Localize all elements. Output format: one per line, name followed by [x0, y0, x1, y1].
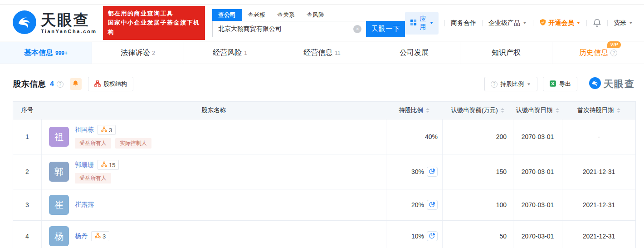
equity-structure-button[interactable]: 股权结构	[88, 77, 133, 91]
nav-tab-labelwrap: 经营信息	[303, 48, 332, 58]
search-tab[interactable]: 查风险	[301, 9, 330, 21]
table-body: 1祖祖国栋3受益所有人实际控制人40%2002070-03-01-2郭郭珊珊15…	[13, 119, 635, 248]
column-header: 序号	[13, 102, 41, 119]
shareholder-cell: 祖祖国栋3受益所有人实际控制人	[41, 119, 386, 154]
subscribed-amount: 200	[442, 119, 513, 154]
avatar[interactable]: 杨	[49, 226, 69, 246]
ratio-filter-dropdown[interactable]: ? 持股比例 ▼	[484, 77, 537, 91]
page-tabbar: 基本信息999+法律诉讼2经营风险1经营信息11公司发展知识产权历史信息VIP?	[0, 41, 644, 64]
slogan-line-1: 都在用的商业查询工具	[107, 9, 200, 18]
nav-tab[interactable]: 历史信息VIP?	[552, 42, 644, 64]
column-header[interactable]: 认缴出资额(万元)	[442, 102, 513, 119]
ratio-value: 40%	[425, 133, 438, 140]
nav-tab-labelwrap: 经营风险	[213, 48, 242, 58]
nav-tab-count: 999+	[55, 50, 68, 56]
nav-divider	[607, 20, 608, 26]
name-line: 崔露露	[75, 201, 94, 209]
pie-chart-button[interactable]	[427, 167, 438, 177]
column-header[interactable]: 首次持股日期	[562, 102, 635, 119]
table-row: 2郭郭珊珊15受益所有人30%1502070-03-012021-12-31	[13, 154, 635, 189]
notifications-bell-button[interactable]	[593, 18, 601, 28]
nav-item-cooperation[interactable]: 商务合作	[451, 19, 476, 27]
nav-tab-labelwrap: 历史信息VIP	[579, 48, 608, 58]
open-vip-button[interactable]: 开通会员 ▼	[539, 19, 581, 27]
table-row: 3崔崔露露20%1002070-03-012021-12-31	[13, 189, 635, 220]
avatar[interactable]: 郭	[49, 162, 69, 182]
sort-icon	[556, 108, 559, 113]
column-header[interactable]: 持股比例	[386, 102, 442, 119]
nav-tab[interactable]: 经营风险1	[184, 42, 276, 64]
nav-tab[interactable]: 基本信息999+	[0, 42, 92, 64]
search-tab[interactable]: 查关系	[271, 9, 301, 21]
shareholder-name-link[interactable]: 崔露露	[75, 201, 94, 209]
role-tag[interactable]: 受益所有人	[75, 138, 111, 149]
shareholder-name-link[interactable]: 杨丹	[75, 232, 88, 240]
name-line: 郭珊珊15	[75, 160, 119, 170]
search-input[interactable]	[212, 21, 366, 37]
avatar[interactable]: 崔	[49, 195, 69, 215]
equity-link-badge[interactable]: 3	[91, 231, 109, 241]
excel-icon	[549, 80, 556, 89]
subscribed-date: 2070-03-01	[513, 154, 562, 189]
pie-chart-button[interactable]	[427, 231, 438, 241]
nav-tab[interactable]: 知识产权	[460, 42, 552, 64]
nav-divider	[533, 20, 533, 26]
subscribed-amount: 150	[442, 154, 513, 189]
clear-icon[interactable]: ×	[353, 25, 361, 33]
name-line: 祖国栋3	[75, 125, 151, 135]
column-header: 股东名称	[41, 102, 386, 119]
nav-tab[interactable]: 经营信息11	[276, 42, 368, 64]
tags-line: 受益所有人实际控制人	[75, 138, 151, 149]
user-menu[interactable]: 费米 ▼	[614, 19, 633, 27]
ratio-cell: 10%	[386, 221, 442, 248]
tags-line: 受益所有人	[75, 173, 119, 184]
nav-tab-count: 11	[335, 50, 340, 56]
brand-slogan-banner: 都在用的商业查询工具 国家中小企业发展子基金旗下机构	[103, 6, 205, 40]
name-block: 祖国栋3受益所有人实际控制人	[75, 125, 151, 149]
row-index: 4	[13, 221, 41, 248]
nav-tab[interactable]: 公司发展	[368, 42, 460, 64]
nav-tab-labelwrap: 知识产权	[492, 48, 521, 58]
equity-link-badge[interactable]: 15	[98, 160, 119, 170]
row-index: 2	[13, 154, 41, 189]
monitor-bell-button[interactable]	[70, 78, 82, 90]
pie-chart-icon	[429, 201, 435, 209]
shareholder-name-link[interactable]: 祖国栋	[75, 126, 94, 134]
apps-menu-button[interactable]: 应用 ▼	[405, 12, 439, 35]
search-tab[interactable]: 查公司	[212, 9, 242, 21]
help-icon: ?	[491, 81, 498, 88]
help-icon[interactable]: ?	[57, 81, 63, 88]
column-header-label: 股东名称	[201, 106, 226, 114]
first-holding-date: 2021-12-31	[562, 189, 635, 220]
role-tag[interactable]: 受益所有人	[75, 173, 111, 184]
search-tab[interactable]: 查老板	[242, 9, 271, 21]
equity-link-badge[interactable]: 3	[98, 125, 116, 135]
role-tag[interactable]: 实际控制人	[115, 138, 151, 149]
pie-chart-button[interactable]	[427, 200, 438, 210]
caret-down-icon: ▼	[629, 21, 633, 25]
search-button[interactable]: 天眼一下	[366, 21, 405, 37]
top-nav: 应用 ▼ 商务合作 企业级产品 ▼ 开通会员 ▼ 费米 ▼	[405, 12, 633, 35]
nav-tab[interactable]: 法律诉讼2	[92, 42, 184, 64]
ratio-cell: 20%	[386, 189, 442, 220]
nav-item-enterprise[interactable]: 企业级产品 ▼	[488, 19, 527, 27]
sort-icon	[501, 108, 504, 113]
shareholder-name-link[interactable]: 郭珊珊	[75, 161, 94, 169]
tianyancha-logo-icon	[589, 77, 601, 91]
nav-tab-count: 2	[152, 50, 155, 56]
avatar[interactable]: 祖	[49, 127, 69, 147]
column-header[interactable]: 认缴出资日期	[513, 102, 562, 119]
tianyancha-logo[interactable]: 天眼查 TianYanCha.com	[13, 10, 97, 36]
shareholder-section-header: 股东信息 4 ? 股权结构 ? 持股比例 ▼ 导出 天眼查	[0, 64, 644, 100]
subscribed-date: 2070-03-01	[513, 221, 562, 248]
subscribed-amount: 100	[442, 189, 513, 220]
nav-tab-label: 知识产权	[492, 49, 521, 56]
nav-tab-label: 经营风险	[213, 49, 242, 56]
subscribed-date: 2070-03-01	[513, 189, 562, 220]
pie-chart-icon	[429, 233, 435, 240]
nav-tab-label: 经营信息	[303, 49, 332, 56]
export-button[interactable]: 导出	[543, 77, 577, 91]
equity-link-icon	[95, 233, 101, 240]
nav-tab-label: 法律诉讼	[121, 49, 150, 56]
grid-apps-icon	[410, 19, 417, 27]
